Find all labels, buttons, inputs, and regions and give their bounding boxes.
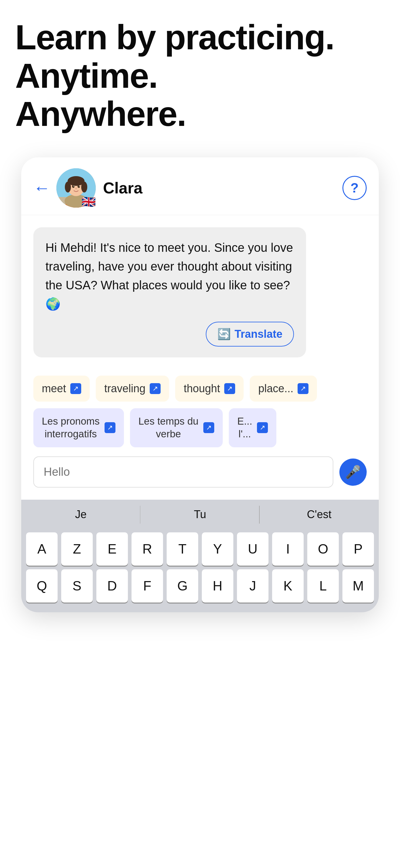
svg-point-11 (73, 186, 74, 186)
keyboard-row-1: A Z E R T Y U I O P (26, 532, 374, 566)
key-a[interactable]: A (26, 532, 58, 566)
mic-icon: 🎤 (345, 465, 361, 479)
character-name: Clara (103, 179, 142, 197)
input-row: 🎤 (21, 447, 379, 500)
message-bubble: Hi Mehdi! It's nice to meet you. Since y… (33, 227, 306, 358)
grammar-chip-pronouns[interactable]: Les pronomsinterrogatifs ↗ (33, 408, 124, 447)
svg-point-8 (81, 182, 87, 192)
translate-label: Translate (234, 328, 282, 340)
translate-button-row: 🔄 Translate (46, 322, 294, 346)
key-r[interactable]: R (132, 532, 163, 566)
svg-point-12 (79, 186, 80, 186)
mic-button[interactable]: 🎤 (339, 459, 367, 486)
hero-section: Learn by practicing. Anytime. Anywhere. (0, 0, 400, 145)
message-text: Hi Mehdi! It's nice to meet you. Since y… (46, 238, 294, 313)
chat-body: Hi Mehdi! It's nice to meet you. Since y… (21, 215, 379, 367)
suggest-cest[interactable]: C'est (260, 500, 379, 529)
grammar-chip-verbe-icon: ↗ (203, 422, 214, 433)
hero-line3: Anywhere. (15, 94, 186, 133)
keyboard: A Z E R T Y U I O P Q S D F G H J K L M (21, 529, 379, 612)
vocab-chip-meet-icon: ↗ (70, 383, 81, 394)
key-z[interactable]: Z (61, 532, 93, 566)
key-s[interactable]: S (61, 569, 93, 602)
keyboard-suggestions-row: Je Tu C'est (21, 500, 379, 529)
chat-header: ← (21, 157, 379, 215)
language-flag: 🇬🇧 (82, 196, 96, 208)
key-l[interactable]: L (307, 569, 339, 602)
translate-button[interactable]: 🔄 Translate (206, 322, 294, 346)
vocab-chips-row: meet ↗ traveling ↗ thought ↗ place... ↗ (21, 367, 379, 402)
grammar-chip-extra[interactable]: E...l'... ↗ (229, 408, 277, 447)
vocab-chip-traveling[interactable]: traveling ↗ (96, 376, 169, 402)
key-p[interactable]: P (342, 532, 374, 566)
chat-app-mockup: ← (21, 157, 379, 613)
svg-point-10 (78, 185, 80, 188)
vocab-chip-thought-icon: ↗ (224, 383, 235, 394)
vocab-chip-place[interactable]: place... ↗ (250, 376, 317, 402)
key-m[interactable]: M (342, 569, 374, 602)
back-button[interactable]: ← (33, 180, 50, 196)
key-d[interactable]: D (96, 569, 128, 602)
key-u[interactable]: U (237, 532, 268, 566)
grammar-chip-extra-label: E...l'... (237, 415, 252, 441)
key-g[interactable]: G (167, 569, 198, 602)
svg-point-13 (76, 188, 77, 189)
vocab-chip-meet-label: meet (42, 382, 66, 395)
svg-point-7 (65, 182, 71, 192)
keyboard-row-2: Q S D F G H J K L M (26, 569, 374, 602)
key-q[interactable]: Q (26, 569, 58, 602)
grammar-chip-pronouns-icon: ↗ (105, 422, 115, 433)
translate-icon: 🔄 (217, 328, 231, 340)
key-o[interactable]: O (307, 532, 339, 566)
vocab-chip-traveling-icon: ↗ (150, 383, 161, 394)
hero-title: Learn by practicing. Anytime. Anywhere. (15, 18, 385, 133)
vocab-chip-thought[interactable]: thought ↗ (175, 376, 244, 402)
help-button[interactable]: ? (342, 176, 367, 200)
message-input[interactable] (33, 456, 333, 488)
suggest-je[interactable]: Je (21, 500, 140, 529)
hero-line1: Learn by practicing. (15, 18, 334, 57)
grammar-chip-verbe-label: Les temps duverbe (139, 415, 199, 441)
key-k[interactable]: K (272, 569, 304, 602)
vocab-chip-meet[interactable]: meet ↗ (33, 376, 90, 402)
grammar-chips-row: Les pronomsinterrogatifs ↗ Les temps duv… (21, 402, 379, 447)
suggest-tu[interactable]: Tu (140, 500, 259, 529)
grammar-chip-pronouns-label: Les pronomsinterrogatifs (42, 415, 100, 441)
key-y[interactable]: Y (202, 532, 233, 566)
grammar-chip-extra-icon: ↗ (257, 422, 268, 433)
character-avatar-container: 🇬🇧 (56, 168, 96, 208)
vocab-chip-thought-label: thought (183, 382, 220, 395)
key-e[interactable]: E (96, 532, 128, 566)
key-t[interactable]: T (167, 532, 198, 566)
key-i[interactable]: I (272, 532, 304, 566)
grammar-chip-verbe[interactable]: Les temps duverbe ↗ (130, 408, 223, 447)
vocab-chip-place-label: place... (258, 382, 293, 395)
vocab-chip-place-icon: ↗ (297, 383, 309, 394)
key-h[interactable]: H (202, 569, 233, 602)
key-f[interactable]: F (132, 569, 163, 602)
vocab-chip-traveling-label: traveling (104, 382, 145, 395)
hero-line2: Anytime. (15, 56, 158, 95)
key-j[interactable]: J (237, 569, 268, 602)
svg-point-9 (72, 185, 75, 188)
